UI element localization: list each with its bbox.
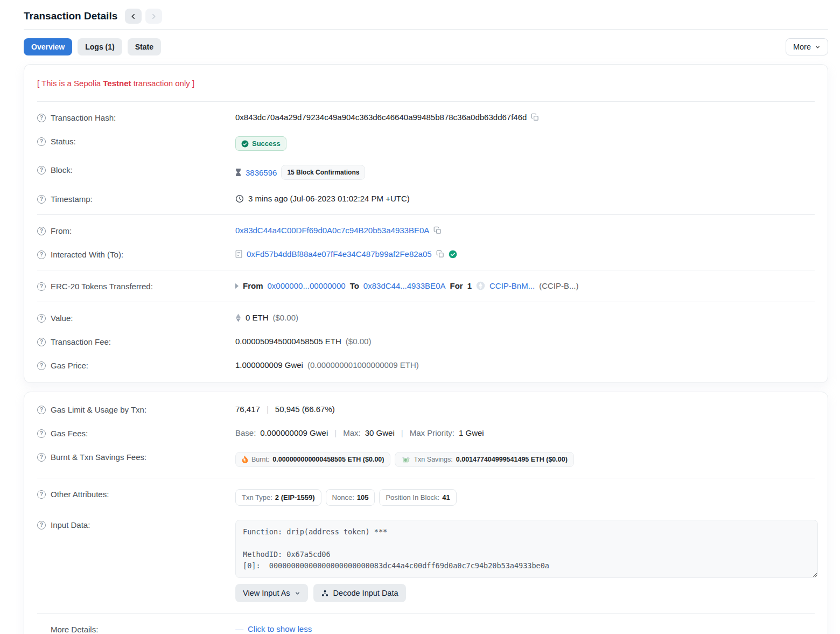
- help-icon[interactable]: ?: [37, 490, 46, 499]
- other-attributes-label: Other Attributes:: [51, 490, 109, 499]
- erc20-amount: 1: [467, 281, 472, 290]
- decode-input-data-button[interactable]: Decode Input Data: [313, 584, 406, 602]
- page-header: Transaction Details: [24, 6, 828, 29]
- help-icon[interactable]: ?: [37, 166, 46, 175]
- gas-price-gwei: 1.000000009 Gwei: [235, 360, 303, 370]
- input-data-row: ? Input Data: Function: drip(address tok…: [37, 513, 815, 609]
- copy-to-address-button[interactable]: [436, 250, 444, 258]
- help-icon[interactable]: ?: [37, 250, 46, 259]
- help-icon[interactable]: ?: [37, 137, 46, 146]
- help-icon[interactable]: ?: [37, 361, 46, 370]
- txn-savings-label: Txn Savings:: [414, 456, 452, 463]
- transaction-fee-row: ? Transaction Fee: 0.000050945000458505 …: [37, 330, 815, 353]
- help-icon[interactable]: ?: [37, 453, 46, 462]
- base-fee-value: 0.000000009 Gwei: [260, 428, 328, 437]
- to-address-link[interactable]: 0xFd57b4ddBf88a4e07fF4e34C487b99af2Fe82a…: [247, 249, 432, 259]
- testnet-banner-highlight: Testnet: [103, 79, 131, 88]
- divider: [37, 101, 815, 102]
- position-in-block-badge: Position In Block: 41: [379, 489, 456, 506]
- txn-savings-value: 0.001477404999541495 ETH ($0.00): [456, 456, 568, 463]
- from-address-link[interactable]: 0x83dC44a4C00DFf69d0A0c7c94B20b53a4933BE…: [235, 226, 429, 235]
- more-details-label: More Details:: [51, 625, 98, 634]
- separator: |: [264, 405, 271, 414]
- money-wings-icon: [401, 456, 410, 463]
- status-value: Success: [252, 140, 281, 148]
- divider: [37, 613, 815, 614]
- nonce-value: 105: [357, 493, 369, 501]
- value-label: Value:: [51, 313, 73, 323]
- burnt-savings-label: Burnt & Txn Savings Fees:: [51, 452, 146, 462]
- block-label: Block:: [51, 165, 73, 175]
- help-icon[interactable]: ?: [37, 114, 46, 122]
- next-txn-button[interactable]: [145, 9, 162, 24]
- value-row: ? Value: 0 ETH ($0.00): [37, 306, 815, 330]
- timestamp-value: 3 mins ago (Jul-06-2023 01:02:24 PM +UTC…: [248, 194, 410, 203]
- hourglass-icon: [235, 169, 241, 176]
- burnt-fee-badge: Burnt: 0.000000000000458505 ETH ($0.00): [235, 452, 390, 467]
- help-icon[interactable]: ?: [37, 338, 46, 346]
- chevron-right-icon: [150, 13, 157, 20]
- help-icon[interactable]: ?: [37, 227, 46, 235]
- tabs-row: Overview Logs (1) State More: [24, 38, 828, 55]
- burnt-savings-row: ? Burnt & Txn Savings Fees: Burnt: 0.000…: [37, 445, 815, 474]
- erc20-transfers-label: ERC-20 Tokens Transferred:: [51, 282, 153, 291]
- divider: [37, 214, 815, 215]
- txn-pagination: [125, 9, 162, 24]
- help-icon[interactable]: ?: [37, 195, 46, 204]
- transaction-hash-value: 0x843dc70a4a29d79234c49a904c363d6c46640a…: [235, 113, 527, 122]
- tab-state[interactable]: State: [128, 38, 161, 55]
- gas-limit-value: 76,417: [235, 405, 260, 414]
- help-icon[interactable]: ?: [37, 406, 46, 414]
- input-data-textarea[interactable]: Function: drip(address token) *** Method…: [235, 520, 818, 578]
- divider: [37, 270, 815, 270]
- txn-savings-badge: Txn Savings: 0.001477404999541495 ETH ($…: [395, 452, 573, 467]
- transaction-fee-eth: 0.000050945000458505 ETH: [235, 337, 341, 346]
- tab-overview[interactable]: Overview: [24, 38, 72, 55]
- view-input-as-label: View Input As: [243, 589, 290, 597]
- block-number-link[interactable]: 3836596: [246, 168, 277, 177]
- erc20-transfers-row: ? ERC-20 Tokens Transferred: From 0x0000…: [37, 274, 815, 298]
- erc20-to-address-link[interactable]: 0x83dC44...4933BE0A: [363, 281, 446, 290]
- chevron-left-icon: [130, 13, 137, 20]
- nonce-badge: Nonce: 105: [326, 489, 375, 506]
- erc20-from-address-link[interactable]: 0x000000...00000000: [268, 281, 346, 290]
- position-in-block-value: 41: [442, 493, 450, 501]
- status-label: Status:: [51, 137, 76, 146]
- position-in-block-label: Position In Block:: [386, 493, 439, 501]
- token-symbol: (CCIP-B...): [539, 281, 578, 290]
- max-priority-value: 1 Gwei: [459, 428, 484, 437]
- transaction-hash-label: Transaction Hash:: [51, 113, 116, 122]
- gas-price-row: ? Gas Price: 1.000000009 Gwei (0.0000000…: [37, 353, 815, 377]
- status-row: ? Status: Success: [37, 129, 815, 158]
- show-less-link[interactable]: Click to show less: [248, 624, 312, 633]
- testnet-banner: [ This is a Sepolia Testnet transaction …: [37, 70, 815, 97]
- previous-txn-button[interactable]: [125, 9, 142, 24]
- help-icon[interactable]: ?: [37, 429, 46, 438]
- help-icon[interactable]: ?: [37, 314, 46, 323]
- token-name-link[interactable]: CCIP-BnM...: [489, 281, 535, 290]
- check-circle-icon: [241, 140, 249, 148]
- input-data-label: Input Data:: [51, 520, 90, 530]
- divider: [37, 478, 815, 478]
- copy-icon: [433, 226, 442, 234]
- tab-logs[interactable]: Logs (1): [78, 38, 122, 55]
- verified-contract-icon: [449, 250, 457, 259]
- copy-icon: [531, 113, 539, 121]
- from-label: From:: [51, 226, 72, 235]
- copy-from-address-button[interactable]: [433, 226, 442, 234]
- transaction-fee-label: Transaction Fee:: [51, 337, 111, 346]
- decode-input-data-label: Decode Input Data: [333, 589, 398, 597]
- help-icon[interactable]: ?: [37, 521, 46, 530]
- max-fee-label: Max:: [343, 428, 361, 437]
- timestamp-row: ? Timestamp: 3 mins ago (Jul-06-2023 01:…: [37, 187, 815, 211]
- view-input-as-button[interactable]: View Input As: [235, 584, 308, 602]
- copy-hash-button[interactable]: [531, 113, 539, 121]
- help-icon[interactable]: ?: [37, 282, 46, 291]
- contract-icon: [235, 250, 242, 258]
- transaction-hash-row: ? Transaction Hash: 0x843dc70a4a29d79234…: [37, 106, 815, 129]
- burnt-label: Burnt:: [251, 456, 269, 463]
- base-fee-label: Base:: [235, 428, 256, 437]
- transaction-fee-usd: ($0.00): [346, 337, 372, 346]
- flame-icon: [242, 456, 248, 463]
- more-dropdown-button[interactable]: More: [786, 38, 828, 55]
